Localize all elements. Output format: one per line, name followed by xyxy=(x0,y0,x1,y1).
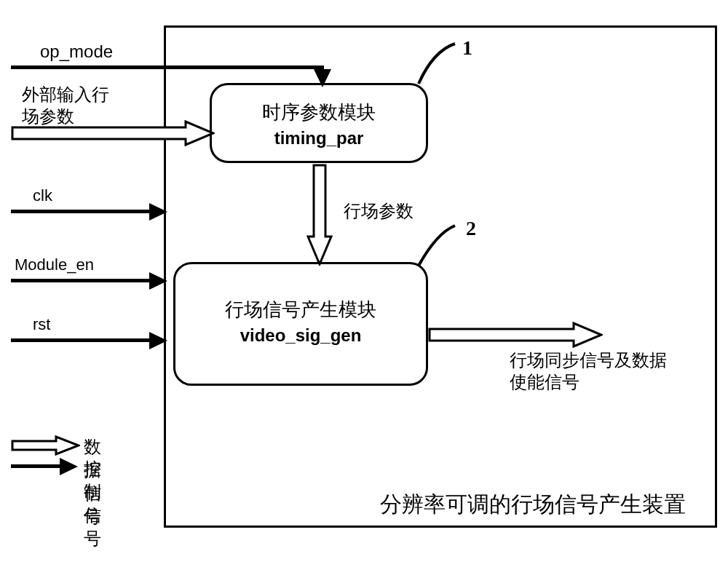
module-timing-par: 时序参数模块 timing_par xyxy=(210,83,428,163)
module-1-title-cn: 时序参数模块 xyxy=(212,100,426,126)
label-rst: rst xyxy=(33,314,50,336)
arrow-module-en-head xyxy=(149,272,167,290)
legend-ctrl-label: 控制信号 xyxy=(84,457,101,550)
label-clk: clk xyxy=(33,186,52,207)
arrow-clk-head xyxy=(149,203,167,221)
arrow-output xyxy=(428,322,603,348)
arrow-op-mode-head xyxy=(314,69,331,87)
arrow-rst-head xyxy=(149,332,167,349)
legend-ctrl-arrow-head xyxy=(60,458,78,475)
label-mid-conn: 行场参数 xyxy=(344,200,414,223)
legend-data-arrow xyxy=(11,435,80,456)
arrow-mid xyxy=(306,164,333,266)
leader-2 xyxy=(415,222,473,273)
arrow-module-en xyxy=(11,279,153,282)
legend-ctrl-arrow-line xyxy=(11,464,62,468)
module-2-number: 2 xyxy=(466,215,476,242)
arrow-rst xyxy=(11,338,153,342)
arrow-clk xyxy=(11,210,153,213)
module-2-title-cn: 行场信号产生模块 xyxy=(175,297,426,323)
label-output-2: 使能信号 xyxy=(510,371,579,394)
label-op-mode: op_mode xyxy=(40,40,113,63)
arrow-op-mode-h xyxy=(11,66,324,69)
module-2-title-en: video_sig_gen xyxy=(175,323,426,348)
label-ext-params-1: 外部输入行 xyxy=(22,84,109,106)
device-caption: 分辨率可调的行场信号产生装置 xyxy=(380,490,686,520)
module-video-sig-gen: 行场信号产生模块 video_sig_gen xyxy=(173,262,428,386)
label-module-en: Module_en xyxy=(15,255,94,276)
arrow-ext-params xyxy=(11,120,215,146)
module-1-title-en: timing_par xyxy=(212,126,426,151)
module-1-number: 1 xyxy=(462,35,472,61)
label-output-1: 行场同步信号及数据 xyxy=(510,349,667,372)
